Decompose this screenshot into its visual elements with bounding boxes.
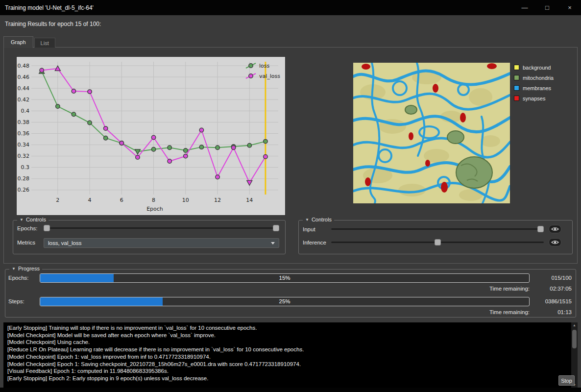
class-legend: background mitochondria membranes synaps… <box>514 62 554 103</box>
svg-text:0.48: 0.48 <box>18 63 30 69</box>
log-line: [Model Checkpoint] Epoch 1: val_loss imp… <box>7 353 568 361</box>
dropdown-arrow-icon <box>271 242 275 245</box>
metrics-label: Metrics <box>17 240 35 245</box>
metrics-dropdown[interactable]: loss, val_loss <box>44 238 279 248</box>
svg-text:0.46: 0.46 <box>18 74 30 80</box>
steps-progress-label: Steps: <box>8 298 24 304</box>
collapse-arrow-icon[interactable]: ▼ <box>20 218 24 222</box>
svg-text:0.4: 0.4 <box>21 108 30 114</box>
loss-chart: 0.260.280.30.320.340.360.380.40.420.440.… <box>16 56 286 216</box>
epochs-slider-min-handle[interactable] <box>44 225 50 231</box>
eye-icon <box>551 240 559 245</box>
svg-text:0.28: 0.28 <box>18 175 30 182</box>
title-bar: Training model 'U-Net_dl-5_ifc-64' — □ × <box>0 0 581 15</box>
log-output: [Early Stopping] Training will stop if t… <box>3 322 578 388</box>
close-icon[interactable]: × <box>558 0 581 15</box>
epochs-slider-max-handle[interactable] <box>273 225 279 231</box>
inference-visibility-button[interactable] <box>549 238 561 246</box>
steps-progress-percent: 25% <box>40 298 529 304</box>
chart-controls-group: ▼ Controls Epochs: Metrics loss, val_los… <box>13 220 286 254</box>
synapses-swatch <box>514 96 519 101</box>
svg-text:2: 2 <box>56 197 59 203</box>
slider-groove <box>44 227 279 229</box>
graph-tab-panel: 0.260.280.30.320.340.360.380.40.420.440.… <box>3 47 578 264</box>
slider-groove <box>331 228 544 230</box>
eye-icon <box>551 226 559 232</box>
svg-text:Epoch: Epoch <box>146 206 163 212</box>
background-swatch <box>514 65 519 70</box>
epochs-progress-count: 015/100 <box>533 275 572 281</box>
log-line: [Model Checkpoint] Model will be saved a… <box>7 332 568 339</box>
log-line: [Early Stopping] Training will stop if t… <box>7 324 568 332</box>
svg-text:14: 14 <box>246 197 253 203</box>
scrollbar-thumb[interactable] <box>572 330 577 348</box>
loss-chart-svg: 0.260.280.30.320.340.360.380.40.420.440.… <box>17 57 285 215</box>
input-slider-handle[interactable] <box>537 226 544 232</box>
svg-text:0.3: 0.3 <box>21 164 30 171</box>
epochs-slider-label: Epochs: <box>17 225 38 231</box>
progress-group: ▼ Progress Epochs: 15% 015/100 Time rema… <box>5 269 576 318</box>
epochs-progress-label: Epochs: <box>8 275 29 281</box>
inference-opacity-slider[interactable] <box>331 239 544 245</box>
svg-text:12: 12 <box>214 197 221 203</box>
tab-graph[interactable]: Graph <box>3 36 33 48</box>
epochs-progress-percent: 15% <box>40 275 529 281</box>
input-opacity-slider[interactable] <box>331 226 544 232</box>
log-line: [Visual Feedback] Epoch 1: computed in 1… <box>7 368 568 375</box>
progress-group-title: Progress <box>18 266 40 271</box>
svg-text:10: 10 <box>182 197 189 203</box>
input-opacity-label: Input <box>303 226 315 232</box>
window-bottom-edge <box>0 388 581 392</box>
controls-group-title: Controls <box>26 217 46 222</box>
window-controls: — □ × <box>513 0 581 15</box>
log-line: [Model Checkpoint] Using cache. <box>7 339 568 346</box>
membranes-swatch <box>514 85 519 91</box>
log-line: [Model Checkpoint] Epoch 1: Saving check… <box>7 361 568 368</box>
legend-item-membranes: membranes <box>514 83 554 93</box>
steps-time-remaining: Time remaining: 01:13 <box>40 309 572 315</box>
epochs-progress-bar: 15% <box>40 273 530 283</box>
stop-button[interactable]: Stop <box>558 375 575 386</box>
svg-text:8: 8 <box>152 197 155 203</box>
svg-text:6: 6 <box>120 197 123 203</box>
collapse-arrow-icon[interactable]: ▼ <box>305 218 309 222</box>
training-results-label: Training Results for epoch 15 of 100: <box>5 21 101 27</box>
svg-text:4: 4 <box>88 197 92 203</box>
maximize-icon[interactable]: □ <box>536 0 558 15</box>
view-controls-group: ▼ Controls Input Inference <box>298 220 573 254</box>
inference-opacity-label: Inference <box>303 240 326 245</box>
log-line: [Early Stopping] Epoch 2: Early stopping… <box>7 375 568 382</box>
metrics-dropdown-value: loss, val_loss <box>48 240 81 246</box>
svg-text:0.26: 0.26 <box>18 187 30 193</box>
minimize-icon[interactable]: — <box>513 0 536 15</box>
epochs-time-remaining: Time remaining: 02:37:05 <box>40 286 572 292</box>
epochs-range-slider[interactable] <box>44 225 279 231</box>
steps-progress-bar: 25% <box>40 297 530 306</box>
svg-text:0.38: 0.38 <box>18 119 30 125</box>
segmentation-preview-image <box>353 63 510 203</box>
legend-item-mitochondria: mitochondria <box>514 73 554 83</box>
log-line: [Reduce LR On Plateau] Learning rate wil… <box>7 346 568 353</box>
inference-slider-handle[interactable] <box>435 239 441 245</box>
legend-item-synapses: synapses <box>514 93 554 103</box>
legend-item-background: background <box>514 62 554 73</box>
mitochondria-swatch <box>514 75 519 80</box>
svg-text:0.42: 0.42 <box>18 97 30 103</box>
input-visibility-button[interactable] <box>549 225 561 233</box>
steps-progress-count: 0386/1515 <box>533 298 572 304</box>
tab-bar: Graph List <box>3 36 56 48</box>
svg-text:0.36: 0.36 <box>18 130 30 137</box>
svg-text:0.44: 0.44 <box>18 85 30 92</box>
tab-list[interactable]: List <box>34 38 55 48</box>
scroll-up-icon[interactable]: ▲ <box>571 323 578 327</box>
collapse-arrow-icon[interactable]: ▼ <box>12 267 16 271</box>
window-title: Training model 'U-Net_dl-5_ifc-64' <box>5 4 94 11</box>
svg-text:loss: loss <box>259 63 270 69</box>
svg-text:0.32: 0.32 <box>18 153 30 159</box>
view-controls-title: Controls <box>312 217 332 222</box>
svg-text:val_loss: val_loss <box>259 73 280 79</box>
svg-text:0.34: 0.34 <box>18 142 30 148</box>
